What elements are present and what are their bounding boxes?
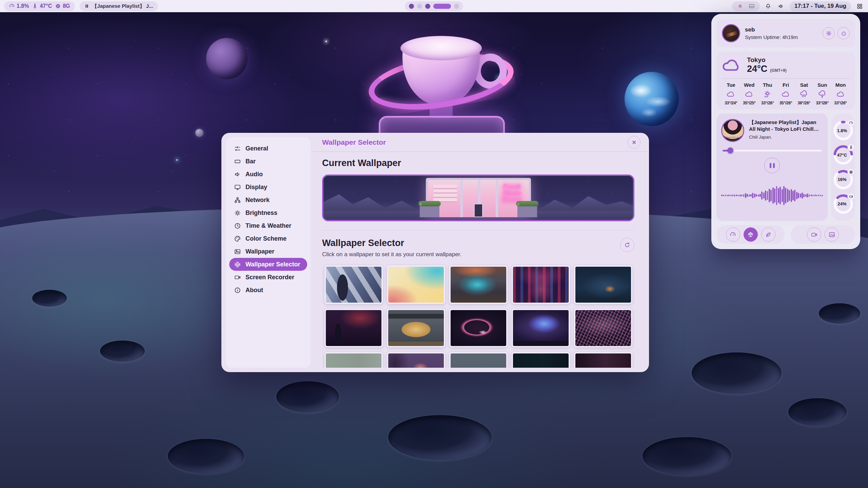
tray-picture-icon[interactable] (748, 3, 755, 9)
weather-temperature: 24°C (747, 64, 767, 74)
top-bar: 1.8% 47°C 8G 【Japanese Playlist】 J... (0, 0, 868, 12)
wallpaper-thumb[interactable] (574, 309, 632, 347)
current-wallpaper-preview[interactable]: Fresh Moon Beans (322, 175, 634, 221)
wallpaper-thumb[interactable] (387, 309, 445, 347)
dashboard-panel: seb System Uptime: 4h19m Tokyo 24°C (GMT… (711, 14, 860, 249)
refresh-button[interactable] (620, 238, 634, 252)
weather-city: Tokyo (747, 56, 787, 64)
memory-stat: 8G (55, 3, 70, 9)
cafe-planter (517, 206, 537, 217)
wallpaper-thumb[interactable] (449, 309, 508, 347)
album-art: TOKYO LO (721, 119, 744, 142)
network-icon (234, 197, 241, 204)
user-name: seb (745, 26, 798, 33)
tray-app-icon[interactable] (737, 3, 744, 9)
play-pause-button[interactable] (764, 158, 780, 173)
gauge-memory: 16% (833, 169, 853, 190)
wallpaper-tool-button[interactable] (825, 227, 839, 242)
media-progress-thumb[interactable] (727, 147, 733, 154)
crater (100, 341, 145, 362)
thermometer-icon (32, 3, 38, 9)
wallpaper-thumb[interactable] (449, 265, 508, 304)
forecast-day: Wed 35°/25° (740, 82, 758, 105)
weather-card: Tokyo 24°C (GMT+9) Tue 33°/24° Wed 35°/2… (716, 52, 855, 109)
sidebar-item-color-scheme[interactable]: Color Scheme (229, 232, 307, 245)
clock-pill[interactable]: 17:17 - Tue, 19 Aug (790, 1, 851, 11)
rain-cloud-icon (800, 90, 809, 98)
neon-sign-text: Fresh Moon Beans (501, 183, 521, 203)
wallpaper-thumb[interactable] (324, 352, 383, 368)
system-gauges-card: 1.8% 47°C 16% 24% (831, 114, 855, 221)
weather-cloud-icon (722, 58, 742, 73)
purple-planet (206, 38, 248, 79)
balanced-profile-button[interactable] (744, 227, 758, 242)
wallpaper-thumb[interactable] (574, 265, 632, 304)
cafe-door-frame (496, 180, 498, 217)
audio-waveform (721, 173, 823, 218)
sidebar-item-general[interactable]: General (229, 142, 307, 155)
wallpaper-thumb[interactable] (449, 352, 508, 368)
workspace-dot-occupied[interactable] (425, 4, 430, 9)
avatar (722, 24, 740, 42)
sidebar-item-about[interactable]: About (229, 284, 307, 297)
workspace-dots (405, 1, 463, 11)
wallpaper-thumb[interactable] (512, 265, 570, 304)
info-icon (234, 287, 241, 294)
workspace-dot-empty[interactable] (454, 4, 459, 9)
settings-content: Current Wallpaper Fresh Moon Beans (311, 152, 645, 368)
sidebar-item-wallpaper[interactable]: Wallpaper (229, 245, 307, 258)
settings-sidebar: General Bar Audio Display Network Bright… (226, 137, 311, 368)
dashboard-toggle-button[interactable] (855, 2, 864, 11)
workspace-dot-occupied[interactable] (409, 4, 414, 9)
wallpaper-thumb[interactable] (324, 265, 383, 304)
bell-icon (765, 3, 771, 9)
crater (643, 437, 731, 475)
video-camera-icon (234, 274, 241, 281)
system-tray[interactable] (732, 1, 760, 11)
workspace-dot-active[interactable] (433, 4, 451, 9)
crater (276, 381, 339, 412)
sidebar-item-brightness[interactable]: Brightness (229, 206, 307, 219)
close-button[interactable]: × (628, 136, 640, 149)
power-button[interactable] (837, 27, 850, 39)
screen-recorder-button[interactable] (807, 227, 821, 242)
crater (819, 303, 860, 324)
weather-divider (722, 78, 850, 79)
sidebar-item-bar[interactable]: Bar (229, 155, 307, 168)
power-saver-profile-button[interactable] (761, 227, 775, 242)
cafe-menu-board (474, 204, 483, 217)
sidebar-item-wallpaper-selector[interactable]: Wallpaper Selector (229, 258, 307, 271)
wallpaper-thumb[interactable] (512, 352, 570, 368)
sidebar-item-audio[interactable]: Audio (229, 168, 307, 181)
scales-icon (747, 231, 754, 238)
sidebar-item-label: Display (245, 184, 267, 191)
cup-rim (400, 36, 482, 60)
sidebar-item-screen-recorder[interactable]: Screen Recorder (229, 271, 307, 284)
wallpaper-thumb[interactable] (512, 309, 570, 347)
wallpaper-thumb[interactable] (387, 265, 445, 304)
performance-profile-button[interactable] (726, 227, 740, 242)
drive-icon (847, 193, 855, 200)
sidebar-item-network[interactable]: Network (229, 194, 307, 206)
cloud-icon (726, 90, 735, 98)
now-playing-pill[interactable]: 【Japanese Playlist】 J... (80, 1, 158, 11)
system-stats-pill[interactable]: 1.8% 47°C 8G (4, 1, 75, 11)
now-playing-label: 【Japanese Playlist】 J... (92, 3, 153, 9)
settings-button[interactable] (823, 27, 835, 39)
wallpaper-thumb[interactable] (387, 352, 445, 368)
wallpaper-thumb[interactable] (574, 352, 632, 368)
section-divider (322, 230, 634, 230)
selector-subtitle: Click on a wallpaper to set it as your c… (322, 251, 461, 258)
notifications-button[interactable] (764, 2, 773, 11)
workspace-dot-empty[interactable] (417, 4, 422, 9)
album-art-label: TOKYO LO (722, 135, 743, 138)
volume-button[interactable] (777, 2, 786, 11)
track-title: 【Japanese Playlist】Japan All Night - Tok… (749, 119, 823, 133)
wallpaper-thumb[interactable] (324, 309, 383, 347)
forecast-day: Thu 33°/26° (758, 82, 777, 105)
media-progress-slider[interactable] (723, 147, 822, 154)
sidebar-item-display[interactable]: Display (229, 181, 307, 194)
sidebar-item-label: Network (245, 197, 270, 204)
sidebar-item-time-weather[interactable]: Time & Weather (229, 219, 307, 232)
crater (168, 439, 244, 473)
